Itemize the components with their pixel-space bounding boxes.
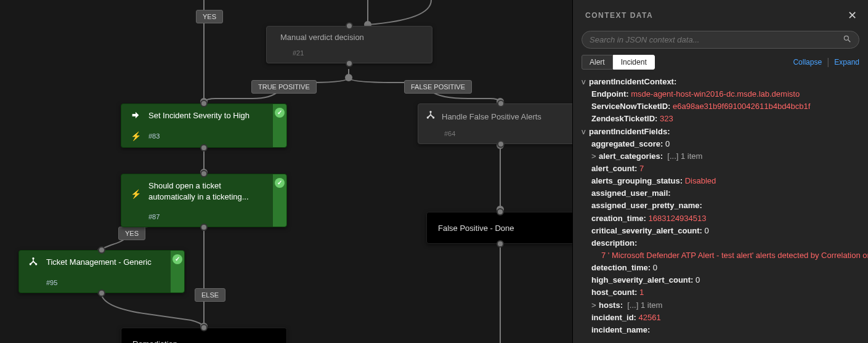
json-meta: [...] 1 item	[667, 151, 702, 161]
caret-down-icon[interactable]: v	[582, 126, 588, 138]
node-handle-fp[interactable]: Handle False Positive Alerts #64	[418, 103, 572, 144]
json-value: 42561	[639, 313, 661, 322]
search-input[interactable]	[590, 35, 843, 44]
json-key[interactable]: ServiceNowTicketID:	[591, 102, 670, 111]
json-value: 1683124934513	[649, 214, 707, 223]
node-title: Manual verdict decision	[280, 33, 364, 42]
node-number: #87	[148, 213, 268, 220]
label-false-positive: FALSE POSITIVE	[404, 80, 472, 94]
node-title: False Positive - Done	[438, 224, 514, 233]
json-value: 7	[639, 164, 644, 173]
json-key[interactable]: creation_time:	[591, 214, 646, 223]
tab-incident[interactable]: Incident	[613, 55, 655, 70]
search-icon[interactable]	[843, 34, 851, 45]
status-indicator: ✓	[171, 251, 184, 293]
node-manual-verdict[interactable]: Manual verdict decision #21	[266, 26, 432, 63]
arrow-right-icon	[131, 110, 140, 123]
node-title: Handle False Positive Alerts	[442, 112, 541, 121]
json-key[interactable]: hosts:	[599, 301, 623, 310]
node-title: Set Incident Severity to High	[148, 110, 268, 121]
search-box[interactable]	[582, 31, 859, 49]
json-key[interactable]: parentIncidentContext:	[589, 77, 676, 86]
json-key[interactable]: critical_severity_alert_count:	[591, 226, 702, 235]
node-number: #83	[148, 132, 268, 140]
json-value: Disabled	[685, 176, 716, 185]
label-true-positive: TRUE POSITIVE	[251, 80, 317, 94]
svg-point-16	[32, 257, 34, 259]
node-title: Should open a ticket automatically in a …	[148, 180, 268, 202]
subplaybook-icon	[28, 257, 38, 269]
bolt-icon: ⚡	[131, 189, 141, 199]
json-tree[interactable]: vparentIncidentContext: Endpoint: msde-a…	[573, 73, 868, 343]
subplaybook-icon	[426, 110, 436, 123]
check-icon: ✓	[275, 178, 285, 188]
check-icon: ✓	[172, 254, 182, 264]
context-data-panel: CONTEXT DATA ✕ Alert Incident Collapse |…	[572, 0, 868, 343]
json-value: 0	[705, 226, 709, 235]
json-value: 323	[660, 114, 673, 123]
json-key[interactable]: aggregated_score:	[591, 139, 663, 148]
tab-alert[interactable]: Alert	[582, 55, 613, 70]
json-value: 0	[665, 139, 670, 148]
bolt-icon: ⚡	[131, 131, 141, 141]
caret-right-icon[interactable]: >	[591, 150, 598, 163]
json-key[interactable]: description:	[591, 238, 637, 248]
json-key[interactable]: incident_name:	[591, 325, 650, 334]
status-indicator: ✓	[273, 174, 286, 227]
json-value: 7 ' Microsoft Defender ATP Alert - test …	[601, 251, 868, 260]
check-icon: ✓	[275, 108, 285, 118]
json-key[interactable]: alerts_grouping_status:	[591, 176, 683, 185]
node-title: Remediation	[132, 339, 177, 343]
status-indicator: ✓	[273, 104, 286, 147]
collapse-link[interactable]: Collapse	[793, 58, 822, 67]
json-key[interactable]: ZendeskTicketID:	[591, 114, 657, 123]
json-key[interactable]: host_count:	[591, 288, 637, 297]
json-meta: [...] 1 item	[627, 301, 662, 310]
json-key[interactable]: assigned_user_mail:	[591, 188, 671, 198]
json-value: 0	[696, 275, 700, 284]
expand-link[interactable]: Expand	[834, 58, 859, 67]
caret-right-icon[interactable]: >	[591, 299, 598, 312]
json-key[interactable]: incident_id:	[591, 313, 636, 322]
svg-point-1	[345, 74, 352, 81]
json-key[interactable]: alert_count:	[591, 164, 637, 173]
node-number: #95	[46, 279, 166, 286]
json-value: 1	[639, 288, 644, 297]
node-number: #64	[418, 126, 572, 143]
label-yes-top: YES	[196, 10, 223, 23]
close-icon[interactable]: ✕	[848, 9, 857, 22]
node-set-severity[interactable]: ⚡ Set Incident Severity to High #83 ✓	[121, 103, 287, 148]
json-value: msde-agent-host-win2016-dc.msde.lab.demi…	[631, 89, 800, 99]
node-ticket-mgmt[interactable]: Ticket Management - Generic #95 ✓	[18, 250, 185, 293]
node-open-ticket[interactable]: ⚡ Should open a ticket automatically in …	[121, 174, 287, 227]
caret-down-icon[interactable]: v	[582, 76, 588, 88]
svg-point-13	[429, 111, 431, 113]
playbook-canvas[interactable]: YES TRUE POSITIVE FALSE POSITIVE YES ELS…	[0, 0, 572, 343]
node-fp-done[interactable]: False Positive - Done	[426, 212, 572, 244]
label-else: ELSE	[195, 288, 225, 302]
json-key[interactable]: alert_categories:	[599, 151, 663, 161]
svg-point-19	[844, 36, 848, 40]
svg-line-20	[848, 40, 851, 42]
node-remediation[interactable]: Remediation	[121, 328, 287, 343]
node-title: Ticket Management - Generic	[46, 257, 166, 268]
json-key[interactable]: assigned_user_pretty_name:	[591, 201, 702, 210]
json-value: 0	[653, 263, 657, 272]
json-key[interactable]: high_severity_alert_count:	[591, 275, 693, 284]
json-key[interactable]: parentIncidentFields:	[589, 127, 670, 136]
panel-title: CONTEXT DATA	[585, 11, 653, 20]
json-value: e6a98ae31b9f6910042611b4bd4bcb1f	[673, 102, 810, 111]
json-key[interactable]: detection_time:	[591, 263, 651, 272]
json-key[interactable]: Endpoint:	[591, 89, 629, 99]
label-yes-mid: YES	[118, 227, 145, 240]
